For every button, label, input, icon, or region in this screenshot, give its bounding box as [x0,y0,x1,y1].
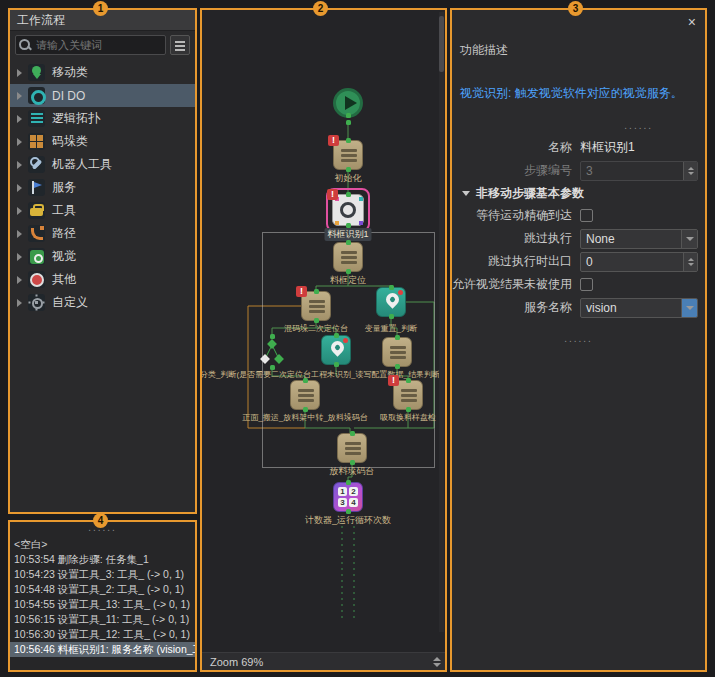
sidebar-item-label: 逻辑拓扑 [52,110,100,127]
properties-body: 功能描述 视觉识别: 触发视觉软件对应的视觉服务。 ...... 名称 料框识别… [452,10,705,345]
sidebar-item-label: 其他 [52,271,76,288]
sidebar-item-label: 移动类 [52,64,88,81]
sidebar-item-logic[interactable]: 逻辑拓扑 [10,107,195,130]
log-panel: ...... <空白> 10:53:54 删除步骤: 任务集_1 10:54:2… [8,520,197,672]
log-row[interactable]: 10:56:30 设置工具_12: 工具_ (-> 0, 1) [10,627,195,642]
sidebar-item-move[interactable]: 移动类 [10,61,195,84]
section-non-move-params[interactable]: 非移动步骤基本参数 [452,182,705,204]
field-step-number: 步骤编号 3 [452,159,705,182]
layers-icon [390,346,406,349]
expand-arrow-icon[interactable] [17,138,22,146]
expand-arrow-icon[interactable] [17,69,22,77]
wrench-icon [28,156,45,173]
field-skip-exit: 跳过执行时出口 0 [452,250,705,273]
eye-icon [28,248,45,265]
log-row-selected[interactable]: 10:56:46 料框识别1: 服务名称 (vision_工博会铁 [10,642,195,657]
allow-unused-checkbox[interactable] [580,278,593,291]
node-var-reset[interactable] [376,287,406,317]
layers-icon [298,389,314,392]
chevron-down-icon[interactable] [681,299,697,317]
sidebar-item-custom[interactable]: 自定义 [10,291,195,314]
sidebar-item-label: 视觉 [52,248,76,265]
location-pin-icon [28,64,45,81]
log-row[interactable]: 10:54:55 设置工具_13: 工具_ (-> 0, 1) [10,597,195,612]
field-allow-unused: 允许视觉结果未被使用 [452,273,705,296]
node-init[interactable] [333,140,363,170]
service-name-dropdown[interactable]: vision [580,298,698,318]
field-label: 跳过执行时出口 [452,253,580,270]
skip-exit-spinner[interactable]: 0 [580,252,698,272]
start-button[interactable] [333,88,363,118]
scrollbar-thumb[interactable] [439,16,444,72]
sidebar-item-label: DI DO [52,89,85,103]
skip-exec-dropdown[interactable]: None [580,229,698,249]
calculator-1234-icon: 1 2 3 4 [338,487,358,507]
canvas-scrollbar[interactable] [439,12,444,632]
node-label: 料框定位 [330,274,366,287]
field-label: 步骤编号 [452,162,580,179]
annotation-badge-4: 4 [93,513,108,528]
expand-arrow-icon[interactable] [17,207,22,215]
log-row[interactable]: 10:54:23 设置工具_3: 工具_ (-> 0, 1) [10,567,195,582]
expand-arrow-icon[interactable] [17,253,22,261]
field-name: 名称 料框识别1 [452,136,705,159]
sidebar-item-label: 服务 [52,179,76,196]
log-row[interactable]: 10:54:48 设置工具_2: 工具_ (-> 0, 1) [10,582,195,597]
node-pallet[interactable] [337,433,367,463]
zoom-down-icon[interactable] [433,663,441,667]
workflow-canvas[interactable]: 初始化 料框识别1 料框定位 混码垛二次定位台 变量重置_判断 [202,10,445,652]
name-value: 料框识别1 [580,139,635,156]
node-locate[interactable] [333,242,363,272]
close-icon[interactable]: × [688,15,696,29]
node-config-data[interactable] [382,337,412,367]
list-view-button[interactable] [170,35,190,55]
zoom-spinner[interactable] [431,657,445,667]
layers-icon [28,110,45,127]
expand-arrow-icon[interactable] [17,92,22,100]
expand-arrow-icon[interactable] [17,184,22,192]
spinner-arrows-icon[interactable] [683,253,697,271]
node-classify[interactable] [257,337,287,367]
wait-precise-checkbox[interactable] [580,209,593,222]
sidebar-item-tool[interactable]: 工具 [10,199,195,222]
expand-arrow-icon[interactable] [17,230,22,238]
search-row [10,31,195,59]
sidebar-item-label: 码垛类 [52,133,88,150]
branch-diamonds-icon [257,337,287,367]
log-row[interactable]: <空白> [10,537,195,552]
sidebar-item-other[interactable]: 其他 [10,268,195,291]
log-row[interactable]: 10:53:54 删除步骤: 任务集_1 [10,552,195,567]
expand-arrow-icon[interactable] [17,115,22,123]
application-window: 1 2 3 4 工作流程 移动类 DI DO [0,0,715,677]
divider-dots: ...... [452,120,705,132]
expand-arrow-icon[interactable] [17,161,22,169]
chevron-down-icon[interactable] [681,230,697,248]
node-suction[interactable] [393,380,423,410]
node-counter[interactable]: 1 2 3 4 [333,482,363,512]
collapse-arrow-icon[interactable] [462,191,470,196]
sidebar-item-robot-tool[interactable]: 机器人工具 [10,153,195,176]
description-text: 视觉识别: 触发视觉软件对应的视觉服务。 [452,85,705,102]
node-front-carry[interactable] [290,380,320,410]
search-input[interactable] [15,35,166,55]
properties-form: 名称 料框识别1 步骤编号 3 [452,136,705,319]
sidebar-item-dido[interactable]: DI DO [10,84,195,107]
node-vision-recognition[interactable] [332,194,364,226]
log-row[interactable]: 10:56:15 设置工具_11: 工具_ (-> 0, 1) [10,612,195,627]
sidebar-item-pallet[interactable]: 码垛类 [10,130,195,153]
search-box [15,35,166,55]
node-second-station[interactable] [301,291,331,321]
toolbox-icon [28,202,45,219]
expand-arrow-icon[interactable] [17,299,22,307]
sidebar-item-vision[interactable]: 视觉 [10,245,195,268]
sidebar-item-path[interactable]: 路径 [10,222,195,245]
layers-icon [341,149,357,152]
camera-target-icon [340,202,356,218]
node-label: 放料垛码台 [330,465,375,478]
node-judge[interactable] [321,335,351,365]
sidebar-item-service[interactable]: 服务 [10,176,195,199]
layers-icon [401,389,417,392]
zoom-up-icon[interactable] [433,657,441,661]
expand-arrow-icon[interactable] [17,276,22,284]
gear-icon [28,294,45,311]
